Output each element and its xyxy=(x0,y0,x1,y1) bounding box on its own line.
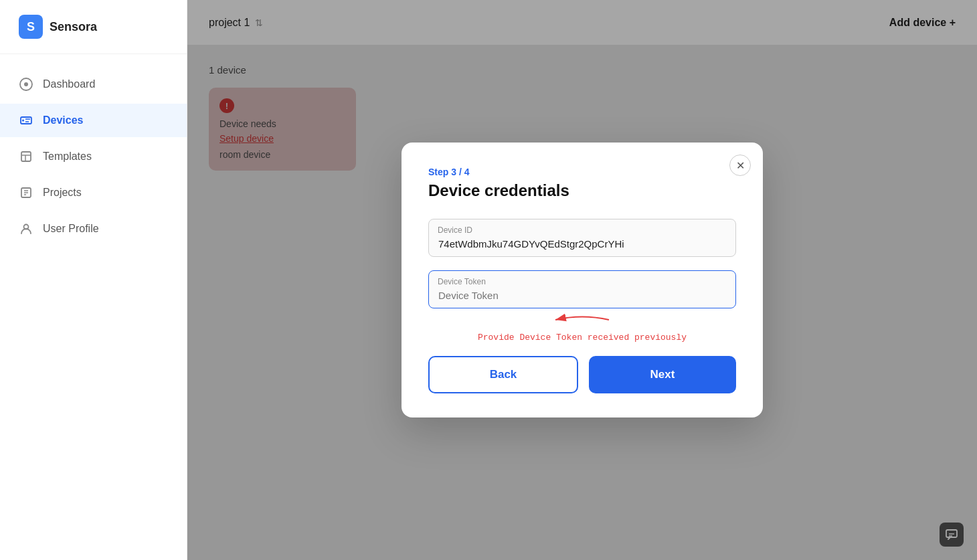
modal-dialog: ✕ Step 3 / 4 Device credentials Device I… xyxy=(402,143,763,417)
device-token-input[interactable] xyxy=(428,270,736,308)
sidebar-item-label-dashboard: Dashboard xyxy=(43,78,95,90)
close-icon: ✕ xyxy=(736,159,745,172)
back-button[interactable]: Back xyxy=(428,356,578,393)
svg-rect-6 xyxy=(21,152,31,161)
svg-point-3 xyxy=(22,120,24,122)
svg-point-1 xyxy=(24,82,28,86)
device-token-label: Device Token xyxy=(438,277,486,286)
sidebar-item-devices[interactable]: Devices xyxy=(0,104,187,137)
dashboard-icon xyxy=(19,77,33,92)
device-id-label: Device ID xyxy=(438,225,472,235)
device-token-wrapper: Device Token xyxy=(428,270,736,308)
device-token-field-group: Device Token xyxy=(428,270,736,343)
modal-close-button[interactable]: ✕ xyxy=(729,155,751,176)
app-name: Sensora xyxy=(50,20,97,34)
hint-text: Provide Device Token received previously xyxy=(428,333,736,343)
projects-icon xyxy=(19,185,33,200)
modal-overlay: ✕ Step 3 / 4 Device credentials Device I… xyxy=(187,0,977,560)
sidebar-item-label-devices: Devices xyxy=(43,114,84,126)
sidebar-item-projects[interactable]: Projects xyxy=(0,176,187,209)
device-id-input[interactable] xyxy=(428,219,736,257)
device-id-wrapper: Device ID xyxy=(428,219,736,257)
sidebar-item-label-templates: Templates xyxy=(43,151,92,163)
sidebar-item-user-profile[interactable]: User Profile xyxy=(0,212,187,246)
app-logo[interactable]: S Sensora xyxy=(0,0,187,54)
red-arrow-icon xyxy=(542,310,622,329)
device-id-field-group: Device ID xyxy=(428,219,736,257)
modal-actions: Back Next xyxy=(428,356,736,393)
sidebar-item-label-projects: Projects xyxy=(43,187,82,199)
sidebar: S Sensora Dashboard xyxy=(0,0,187,560)
sidebar-item-templates[interactable]: Templates xyxy=(0,140,187,173)
modal-title: Device credentials xyxy=(428,181,736,200)
templates-icon xyxy=(19,149,33,164)
sidebar-item-label-user-profile: User Profile xyxy=(43,223,99,235)
user-icon xyxy=(19,221,33,236)
sidebar-item-dashboard[interactable]: Dashboard xyxy=(0,68,187,101)
main-content: project 1 ⇅ Add device + 1 device ! Devi… xyxy=(187,0,977,560)
devices-icon xyxy=(19,113,33,128)
next-button[interactable]: Next xyxy=(589,356,736,393)
arrow-annotation xyxy=(428,310,736,330)
sidebar-nav: Dashboard Devices xyxy=(0,54,187,259)
step-label: Step 3 / 4 xyxy=(428,167,736,177)
logo-icon: S xyxy=(19,15,43,39)
